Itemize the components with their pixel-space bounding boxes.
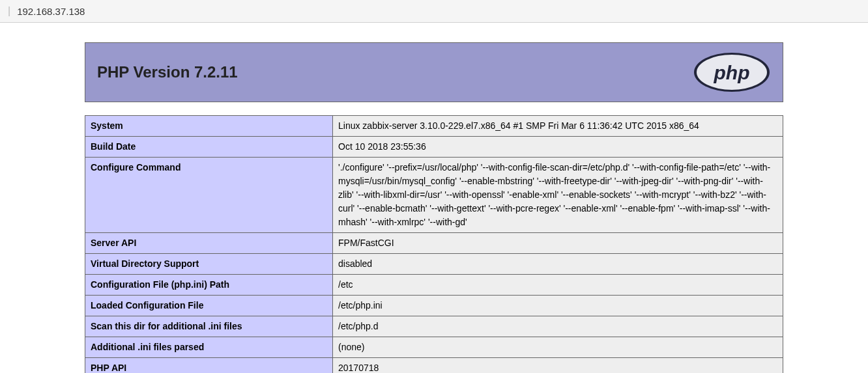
row-value: FPM/FastCGI	[333, 233, 783, 254]
row-label: Additional .ini files parsed	[85, 337, 333, 358]
browser-address-bar[interactable]: | 192.168.37.138	[0, 0, 868, 23]
table-row: Additional .ini files parsed (none)	[85, 337, 783, 358]
table-row: Configuration File (php.ini) Path /etc	[85, 275, 783, 296]
phpinfo-table-body: System Linux zabbix-server 3.10.0-229.el…	[85, 116, 783, 374]
row-label: Scan this dir for additional .ini files	[85, 316, 333, 337]
address-bar-divider: |	[8, 5, 10, 17]
row-label: Build Date	[85, 137, 333, 158]
page-title: PHP Version 7.2.11	[97, 63, 238, 81]
row-label: Server API	[85, 233, 333, 254]
row-label: Configure Command	[85, 158, 333, 233]
php-logo-icon: php	[693, 52, 771, 92]
row-value: /etc	[333, 275, 783, 296]
page-content: PHP Version 7.2.11 php System Linux zabb…	[0, 23, 868, 373]
row-label: Virtual Directory Support	[85, 254, 333, 275]
row-value: Linux zabbix-server 3.10.0-229.el7.x86_6…	[333, 116, 783, 137]
table-row: Scan this dir for additional .ini files …	[85, 316, 783, 337]
row-label: System	[85, 116, 333, 137]
row-value: Oct 10 2018 23:55:36	[333, 137, 783, 158]
table-row: Build Date Oct 10 2018 23:55:36	[85, 137, 783, 158]
svg-text:php: php	[714, 62, 750, 83]
row-value: /etc/php.ini	[333, 296, 783, 316]
table-row: PHP API 20170718	[85, 358, 783, 374]
address-bar-url: 192.168.37.138	[17, 6, 85, 17]
row-value: 20170718	[333, 358, 783, 374]
row-value: './configure' '--prefix=/usr/local/php' …	[333, 158, 783, 233]
row-label: Loaded Configuration File	[85, 296, 333, 316]
table-row: Server API FPM/FastCGI	[85, 233, 783, 254]
table-row: Virtual Directory Support disabled	[85, 254, 783, 275]
row-value: disabled	[333, 254, 783, 275]
row-value: (none)	[333, 337, 783, 358]
table-row: Configure Command './configure' '--prefi…	[85, 158, 783, 233]
row-label: Configuration File (php.ini) Path	[85, 275, 333, 296]
table-row: System Linux zabbix-server 3.10.0-229.el…	[85, 116, 783, 137]
phpinfo-header: PHP Version 7.2.11 php	[85, 42, 783, 102]
row-label: PHP API	[85, 358, 333, 374]
row-value: /etc/php.d	[333, 316, 783, 337]
table-row: Loaded Configuration File /etc/php.ini	[85, 296, 783, 316]
phpinfo-table: System Linux zabbix-server 3.10.0-229.el…	[85, 115, 783, 373]
